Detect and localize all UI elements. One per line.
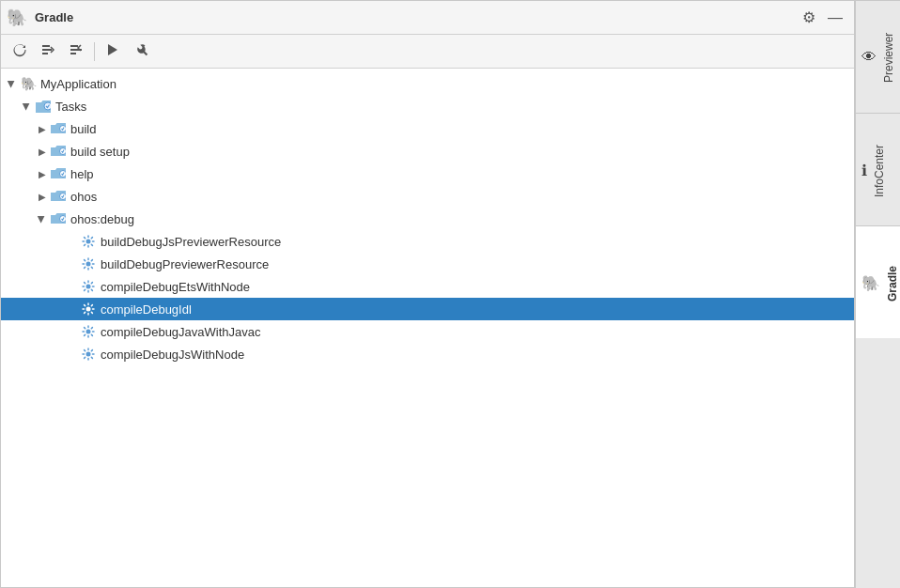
help-label: help bbox=[70, 167, 94, 181]
svg-rect-5 bbox=[70, 53, 76, 54]
collapse-all-icon bbox=[40, 42, 55, 60]
build-setup-label: build setup bbox=[70, 145, 130, 159]
svg-point-16 bbox=[86, 307, 91, 312]
svg-marker-6 bbox=[108, 44, 117, 55]
tree-row-compileDebugIdl[interactable]: compileDebugIdl bbox=[1, 298, 854, 320]
sidebar-tab-infocenter[interactable]: ℹ InfoCenter bbox=[856, 113, 900, 225]
compileDebugIdl-label: compileDebugIdl bbox=[101, 302, 192, 317]
help-folder-icon bbox=[50, 165, 67, 182]
build-folder-icon bbox=[50, 120, 67, 137]
sidebar-tab-gradle[interactable]: 🐘 Gradle bbox=[856, 225, 900, 338]
task-gear-icon-5 bbox=[80, 323, 97, 340]
toolbar bbox=[1, 35, 854, 69]
tasks-label: Tasks bbox=[55, 100, 86, 114]
compileDebugEtsWithNode-label: compileDebugEtsWithNode bbox=[101, 280, 250, 294]
title-bar-right: ⚙ — bbox=[798, 7, 846, 29]
svg-point-7 bbox=[44, 102, 51, 110]
tree-row-compileDebugJsWithNode[interactable]: compileDebugJsWithNode bbox=[1, 343, 854, 365]
build-setup-folder-icon bbox=[50, 143, 67, 160]
expand-build-setup[interactable]: ▶ bbox=[35, 144, 50, 159]
gradle-sidebar-label: Gradle bbox=[886, 266, 899, 302]
build-label: build bbox=[70, 122, 96, 136]
tree-row-tasks[interactable]: ▶ Tasks bbox=[1, 95, 854, 117]
tree-row-myapplication[interactable]: ▶ 🐘 MyApplication bbox=[1, 72, 854, 95]
minimize-button[interactable]: — bbox=[824, 7, 846, 29]
myapplication-label: MyApplication bbox=[40, 77, 116, 91]
previewer-label: Previewer bbox=[882, 33, 895, 83]
svg-rect-1 bbox=[42, 49, 52, 51]
expand-ohos-debug[interactable]: ▶ bbox=[35, 212, 50, 227]
buildDebugPreviewerResource-label: buildDebugPreviewerResource bbox=[101, 257, 269, 271]
refresh-icon bbox=[12, 42, 27, 60]
expand-build[interactable]: ▶ bbox=[35, 121, 50, 136]
svg-rect-3 bbox=[70, 45, 78, 47]
gradle-panel: 🐘 Gradle ⚙ — bbox=[0, 0, 855, 588]
infocenter-label: InfoCenter bbox=[873, 144, 886, 196]
gradle-sidebar-icon: 🐘 bbox=[861, 274, 880, 292]
sidebar-tab-previewer[interactable]: 👁 Previewer bbox=[856, 0, 900, 113]
wrench-button[interactable] bbox=[128, 39, 154, 64]
expand-help[interactable]: ▶ bbox=[35, 166, 50, 181]
compileDebugJsWithNode-label: compileDebugJsWithNode bbox=[101, 348, 244, 362]
task-gear-icon-6 bbox=[80, 346, 97, 363]
expand-myapplication[interactable]: ▶ bbox=[5, 77, 20, 92]
ohos-debug-label: ohos:debug bbox=[70, 212, 134, 226]
sidebar-tabs: 👁 Previewer ℹ InfoCenter 🐘 Gradle bbox=[855, 0, 900, 588]
gradle-icon: 🐘 bbox=[8, 9, 25, 26]
tasks-folder-icon bbox=[35, 98, 52, 115]
svg-point-17 bbox=[86, 330, 91, 334]
wrench-icon bbox=[133, 42, 148, 60]
task-gear-icon-2 bbox=[80, 255, 97, 272]
tree-row-buildDebugPreviewerResource[interactable]: buildDebugPreviewerResource bbox=[1, 253, 854, 275]
tree-row-build-setup[interactable]: ▶ build setup bbox=[1, 140, 854, 162]
tree-row-compileDebugJavaWithJavac[interactable]: compileDebugJavaWithJavac bbox=[1, 320, 854, 343]
task-gear-icon-3 bbox=[80, 278, 97, 295]
buildDebugJsPreviewerResource-label: buildDebugJsPreviewerResource bbox=[101, 235, 281, 249]
expand-all-icon bbox=[69, 42, 84, 60]
infocenter-icon: ℹ bbox=[861, 162, 867, 179]
tree-row-ohos[interactable]: ▶ ohos bbox=[1, 185, 854, 208]
tree-row-help[interactable]: ▶ help bbox=[1, 162, 854, 185]
title-bar: 🐘 Gradle ⚙ — bbox=[1, 1, 854, 35]
expand-tasks[interactable]: ▶ bbox=[20, 100, 35, 115]
expand-all-button[interactable] bbox=[63, 39, 89, 64]
title-bar-left: 🐘 Gradle bbox=[8, 9, 73, 26]
svg-point-18 bbox=[86, 352, 91, 357]
ohos-label: ohos bbox=[70, 190, 97, 204]
tree-row-ohos-debug[interactable]: ▶ ohos:debug bbox=[1, 208, 854, 230]
svg-point-15 bbox=[86, 285, 91, 289]
ohos-folder-icon bbox=[50, 188, 67, 205]
settings-title-button[interactable]: ⚙ bbox=[798, 7, 820, 29]
toolbar-separator bbox=[94, 42, 95, 61]
previewer-icon: 👁 bbox=[861, 50, 877, 67]
svg-point-13 bbox=[86, 240, 91, 244]
gradle-tree[interactable]: ▶ 🐘 MyApplication ▶ Tasks ▶ bbox=[1, 69, 854, 587]
gradle-app-icon: 🐘 bbox=[20, 75, 37, 92]
task-gear-icon-selected bbox=[80, 301, 97, 317]
tree-row-buildDebugJsPreviewerResource[interactable]: buildDebugJsPreviewerResource bbox=[1, 230, 854, 253]
task-gear-icon-1 bbox=[80, 233, 97, 250]
refresh-button[interactable] bbox=[7, 39, 33, 64]
tree-row-compileDebugEtsWithNode[interactable]: compileDebugEtsWithNode bbox=[1, 275, 854, 298]
svg-rect-2 bbox=[42, 53, 48, 54]
expand-ohos[interactable]: ▶ bbox=[35, 189, 50, 204]
settings-title-icon: ⚙ bbox=[802, 8, 815, 26]
compileDebugJavaWithJavac-label: compileDebugJavaWithJavac bbox=[101, 325, 261, 339]
svg-point-14 bbox=[86, 262, 91, 267]
run-button[interactable] bbox=[100, 39, 126, 64]
collapse-all-button[interactable] bbox=[35, 39, 61, 64]
run-icon bbox=[105, 42, 120, 60]
ohos-debug-folder-icon bbox=[50, 210, 67, 227]
panel-title: Gradle bbox=[35, 10, 73, 24]
tree-row-build[interactable]: ▶ build bbox=[1, 117, 854, 140]
minimize-icon: — bbox=[828, 9, 843, 26]
svg-rect-0 bbox=[42, 45, 50, 47]
